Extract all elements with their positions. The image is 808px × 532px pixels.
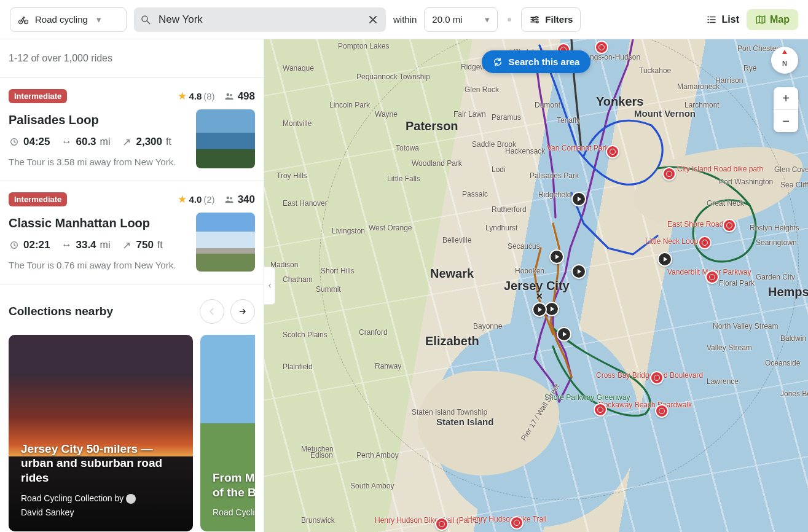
map-route-label: Little Neck Loop xyxy=(645,237,698,246)
distance-from-location: The Tour is 0.76 mi away from New York. xyxy=(9,260,187,270)
ascent-icon: ↗ xyxy=(121,240,132,251)
collection-title: From Manhattan – The best of the Big App… xyxy=(213,471,255,500)
distance-value: 33.4 xyxy=(76,239,96,251)
zoom-in-button[interactable]: + xyxy=(774,87,798,109)
route-poi-marker[interactable] xyxy=(510,516,524,530)
map-place-label: Plainfield xyxy=(283,362,313,371)
results-sidebar: 1-12 of over 1,000 rides Intermediate ★ … xyxy=(0,39,264,532)
radius-value: 20.0 mi xyxy=(432,14,462,25)
map-place-label: Wayne xyxy=(375,110,398,119)
collections-heading: Collections nearby xyxy=(9,305,113,318)
duration-value: 02:21 xyxy=(23,239,50,251)
rating-count: (8) xyxy=(203,91,214,101)
collections-prev-button[interactable] xyxy=(200,299,224,324)
map-city-label: Elizabeth xyxy=(425,334,479,348)
collections-next-button[interactable] xyxy=(230,299,255,324)
map-place-label: Little Falls xyxy=(387,174,420,183)
ascent-value: 750 xyxy=(136,239,153,251)
rating-count: (2) xyxy=(203,194,214,205)
map-place-label: Ridgefield xyxy=(538,190,571,199)
activity-label: Road cycling xyxy=(35,14,88,25)
route-poi-marker[interactable] xyxy=(594,403,607,417)
collection-type: Road Cycling Collection by xyxy=(21,493,124,505)
arrow-left-icon xyxy=(208,307,216,316)
tour-card[interactable]: Intermediate ★ 4.0 (2) 340 Classic Manha… xyxy=(0,181,264,284)
map-place-label: Short Hills xyxy=(321,267,355,275)
map-place-label: Rye xyxy=(743,64,756,72)
route-poi-marker[interactable] xyxy=(698,236,712,249)
location-search[interactable] xyxy=(134,7,386,32)
map-place-label: Jones Beach xyxy=(780,389,808,398)
tour-start-marker[interactable] xyxy=(571,264,586,279)
tour-card[interactable]: Intermediate ★ 4.8 (8) 498 Palisades Loo… xyxy=(0,77,264,181)
svg-point-11 xyxy=(230,197,232,199)
collapse-sidebar-handle[interactable] xyxy=(264,267,275,305)
list-view-toggle[interactable]: List xyxy=(706,14,739,25)
map-place-label: Harrison xyxy=(715,76,743,85)
bicycle-icon xyxy=(18,14,29,25)
map-place-label: Lyndhurst xyxy=(485,224,517,232)
tour-start-marker[interactable] xyxy=(571,192,586,206)
map-place-label: Lincoln Park xyxy=(329,101,370,109)
zoom-out-button[interactable]: − xyxy=(774,109,798,132)
map-place-label: Pompton Lakes xyxy=(338,42,389,50)
map-place-label: Perth Amboy xyxy=(356,451,399,460)
tour-start-marker[interactable] xyxy=(549,249,564,264)
route-poi-marker[interactable] xyxy=(435,517,449,531)
map-city-label: Yonkers xyxy=(596,95,643,109)
map-place-label: Paramus xyxy=(492,113,521,122)
route-poi-marker[interactable] xyxy=(705,270,719,284)
route-poi-marker[interactable] xyxy=(650,371,664,385)
route-poi-marker[interactable] xyxy=(655,404,669,418)
compass-control[interactable]: N xyxy=(771,47,798,74)
map-route-label: Van Cortlandt Park xyxy=(547,144,609,152)
map-place-label: Mamaroneck xyxy=(677,82,720,91)
map-place-label: Brunswick xyxy=(301,516,335,525)
map-place-label: Port Chester xyxy=(737,44,779,53)
map-place-label: Glen Cove xyxy=(774,165,808,174)
radius-select[interactable]: 20.0 mi ▾ xyxy=(424,7,498,32)
chevron-left-icon xyxy=(267,282,272,289)
collection-card[interactable]: Jersey City 50-milers — urban and suburb… xyxy=(9,335,193,531)
search-input[interactable] xyxy=(157,13,360,26)
search-this-area-button[interactable]: Search this area xyxy=(482,50,591,73)
map-place-label: Larchmont xyxy=(684,101,720,109)
rating: ★ 4.8 (8) xyxy=(178,90,214,103)
map-place-label: Glen Rock xyxy=(465,85,499,94)
tour-stats: 02:21 ↔33.4mi ↗750ft xyxy=(9,239,187,251)
route-poi-marker[interactable] xyxy=(606,145,619,158)
svg-point-6 xyxy=(536,21,538,23)
svg-point-10 xyxy=(226,196,229,199)
collection-type: Road Cycling Collection by xyxy=(213,507,255,519)
collection-card[interactable]: From Manhattan – The best of the Big App… xyxy=(200,335,255,531)
map-place-label: Cranford xyxy=(359,328,388,337)
tour-start-marker[interactable] xyxy=(532,302,547,317)
route-poi-marker[interactable] xyxy=(662,167,676,181)
svg-point-5 xyxy=(533,18,535,20)
activity-select[interactable]: Road cycling ▾ xyxy=(10,7,127,32)
map-place-label: Troy Hills xyxy=(277,171,307,180)
route-poi-marker[interactable] xyxy=(595,41,608,54)
map-place-label: Garden City xyxy=(756,273,795,281)
map-icon xyxy=(755,14,766,25)
refresh-icon xyxy=(493,57,503,67)
star-icon: ★ xyxy=(178,193,187,206)
filters-button[interactable]: Filters xyxy=(521,7,581,32)
map-place-label: Valley Stream xyxy=(707,343,752,352)
tour-start-marker[interactable] xyxy=(557,327,571,342)
distance-icon: ↔ xyxy=(61,240,72,251)
map-route-label: City Island Road bike path xyxy=(677,165,763,173)
clear-search-button[interactable] xyxy=(366,13,380,26)
tour-start-marker[interactable] xyxy=(657,252,672,267)
map-label: Map xyxy=(770,14,790,25)
route-poi-marker[interactable] xyxy=(723,219,736,232)
map-place-label: Bayonne xyxy=(473,322,502,331)
arrow-right-icon xyxy=(238,307,247,316)
map-place-label: Rahway xyxy=(375,362,401,370)
map-canvas[interactable]: PatersonNewarkJersey CityElizabethYonker… xyxy=(264,39,808,532)
map-view-toggle[interactable]: Map xyxy=(747,9,798,30)
map-place-label: Edison xyxy=(310,451,333,460)
distance-unit: mi xyxy=(100,136,111,147)
search-area-label: Search this area xyxy=(509,57,580,67)
map-place-label: Searingtown xyxy=(756,238,797,247)
